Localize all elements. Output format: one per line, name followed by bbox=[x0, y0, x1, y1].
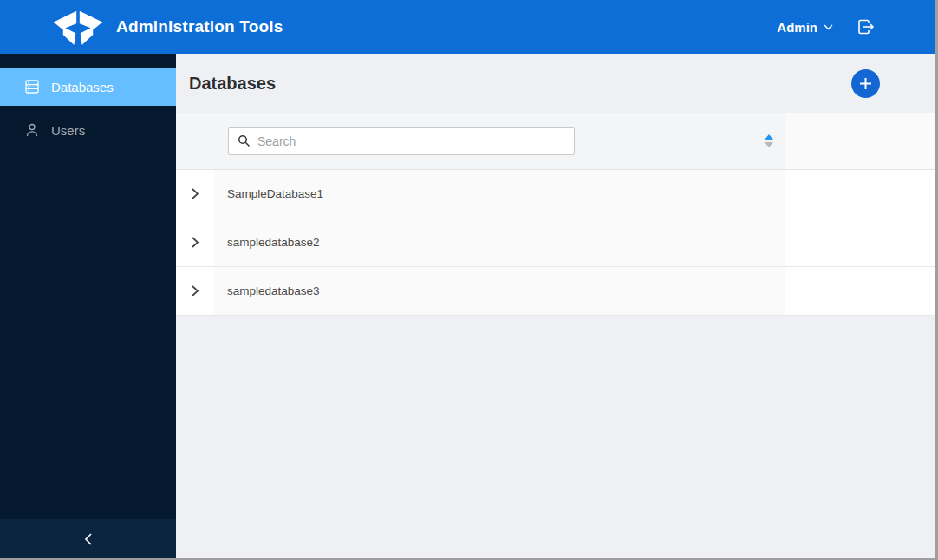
expand-row-button[interactable] bbox=[176, 267, 214, 316]
database-row[interactable]: sampledatabase2 bbox=[176, 218, 935, 267]
brand-logo bbox=[52, 7, 104, 47]
empty-area bbox=[176, 316, 935, 558]
database-row[interactable]: sampledatabase3 bbox=[176, 267, 935, 316]
sort-ascending-icon bbox=[765, 134, 773, 140]
chevron-right-icon bbox=[191, 187, 199, 200]
sort-toggle[interactable] bbox=[765, 134, 773, 147]
app-body: Databases Users bbox=[0, 54, 935, 558]
add-database-button[interactable] bbox=[851, 69, 880, 98]
sidebar-item-label: Users bbox=[51, 123, 85, 138]
user-menu-label: Admin bbox=[777, 20, 817, 35]
row-actions-cell bbox=[785, 170, 935, 218]
page-title: Databases bbox=[189, 74, 851, 94]
app-title: Administration Tools bbox=[116, 17, 283, 36]
logout-icon bbox=[856, 17, 876, 36]
table-toolbar-left bbox=[176, 113, 785, 170]
sidebar-item-label: Databases bbox=[51, 80, 114, 94]
logout-button[interactable] bbox=[856, 17, 876, 36]
database-name: sampledatabase3 bbox=[214, 267, 785, 316]
database-row[interactable]: SampleDatabase1 bbox=[176, 170, 935, 218]
chevron-right-icon bbox=[191, 236, 199, 249]
row-actions-cell bbox=[785, 218, 935, 267]
sidebar-item-databases[interactable]: Databases bbox=[0, 68, 176, 106]
page-header: Databases bbox=[176, 54, 935, 113]
app-window: Administration Tools Admin bbox=[0, 0, 938, 560]
database-name: sampledatabase2 bbox=[214, 218, 785, 267]
sidebar-item-users[interactable]: Users bbox=[0, 111, 176, 149]
sort-descending-icon bbox=[765, 142, 773, 147]
expand-row-button[interactable] bbox=[176, 170, 214, 218]
users-icon bbox=[24, 122, 40, 138]
table-toolbar-right bbox=[785, 113, 935, 170]
database-name: SampleDatabase1 bbox=[214, 170, 785, 218]
chevron-left-icon bbox=[84, 532, 93, 546]
sidebar-collapse-button[interactable] bbox=[0, 519, 176, 558]
app-header: Administration Tools Admin bbox=[0, 0, 935, 54]
search-input[interactable] bbox=[257, 134, 574, 148]
main-content: Databases bbox=[176, 54, 935, 558]
search-icon bbox=[238, 134, 251, 147]
user-menu[interactable]: Admin bbox=[777, 20, 833, 35]
expand-row-button[interactable] bbox=[176, 218, 214, 267]
search-box bbox=[228, 127, 575, 155]
sidebar-nav: Databases Users bbox=[0, 54, 176, 149]
chevron-right-icon bbox=[191, 284, 199, 297]
row-actions-cell bbox=[785, 267, 935, 316]
databases-icon bbox=[24, 79, 40, 94]
chevron-down-icon bbox=[824, 24, 833, 30]
sidebar: Databases Users bbox=[0, 54, 176, 558]
plus-icon bbox=[859, 77, 872, 90]
table-toolbar-row bbox=[176, 113, 935, 170]
